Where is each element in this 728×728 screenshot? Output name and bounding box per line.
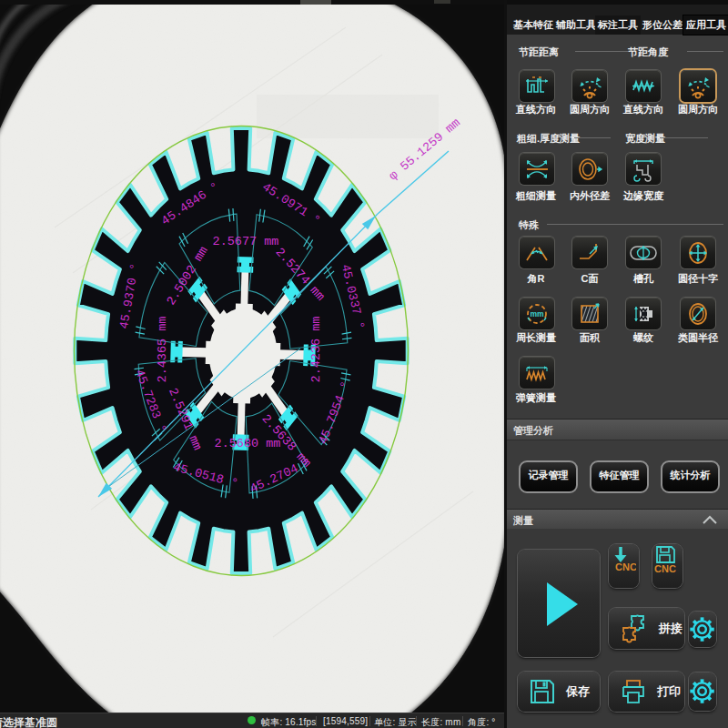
svg-text:mm: mm xyxy=(530,309,544,318)
svg-text:2.5680 mm: 2.5680 mm xyxy=(215,437,281,450)
svg-text:CNC: CNC xyxy=(615,561,636,572)
svg-text:CNC: CNC xyxy=(654,563,676,574)
svg-text:2.5677 mm: 2.5677 mm xyxy=(213,235,279,248)
svg-text:2.4365 mm: 2.4365 mm xyxy=(156,317,169,383)
svg-text:2.4236 mm: 2.4236 mm xyxy=(309,317,323,383)
